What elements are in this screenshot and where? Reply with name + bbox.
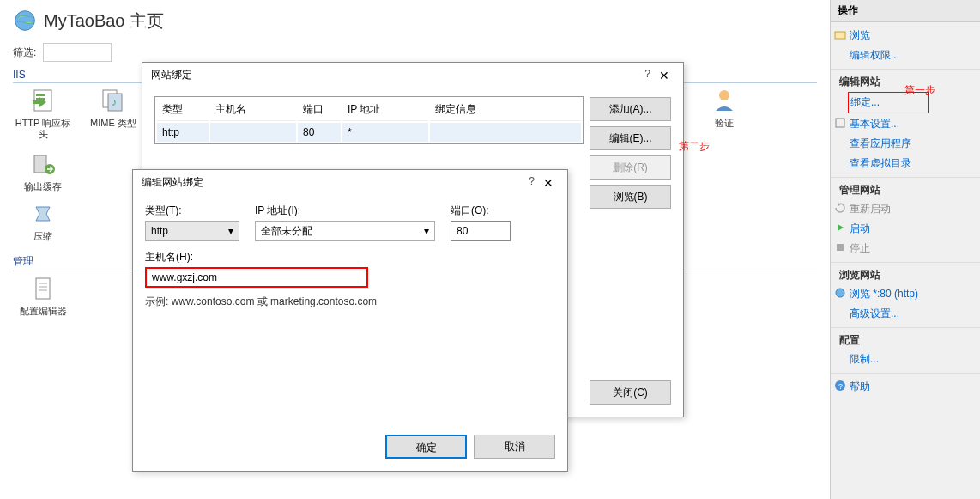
help-icon: ? (834, 380, 846, 392)
document-arrow-icon (29, 87, 57, 114)
port-label: 端口(O): (451, 204, 511, 218)
svg-rect-9 (835, 32, 845, 39)
ip-value: 全部未分配 (261, 224, 312, 239)
manage-site-title: 管理网站 (831, 181, 980, 199)
globe-icon (13, 9, 37, 33)
ip-label: IP 地址(I): (255, 204, 435, 218)
configure-title: 配置 (831, 332, 980, 350)
action-limits[interactable]: 限制... (831, 350, 980, 369)
action-edit-permissions[interactable]: 编辑权限... (831, 46, 980, 65)
feature-label: HTTP 响应标头 (13, 118, 73, 140)
action-view-apps[interactable]: 查看应用程序 (831, 134, 980, 154)
globe-small-icon (834, 287, 846, 299)
example-text: 示例: www.contoso.com 或 marketing.contoso.… (145, 295, 555, 309)
action-help[interactable]: ? 帮助 (831, 377, 980, 397)
close-button[interactable]: 关闭(C) (590, 380, 671, 405)
folder-open-icon (834, 28, 846, 40)
cell-type: http (157, 123, 209, 142)
cancel-button[interactable]: 取消 (474, 435, 555, 459)
feature-config-editor[interactable]: 配置编辑器 (13, 275, 73, 317)
step1-label: 第一步 (904, 83, 935, 98)
chevron-down-icon: ▾ (424, 225, 429, 237)
action-label: 帮助 (850, 380, 870, 394)
edit-button[interactable]: 编辑(E)... (590, 126, 671, 150)
feature-mime[interactable]: ♪ MIME 类型 (83, 87, 143, 140)
action-label: 停止 (850, 241, 870, 256)
action-label: 浏览 (850, 28, 870, 43)
ip-dropdown[interactable]: 全部未分配 ▾ (255, 221, 435, 241)
cell-host (210, 123, 296, 142)
action-browse-80[interactable]: 浏览 *:80 (http) (831, 284, 980, 304)
action-label: 启动 (850, 222, 870, 236)
type-value: http (151, 225, 168, 237)
feature-label: 配置编辑器 (20, 306, 67, 317)
help-button[interactable]: ? (529, 175, 535, 187)
feature-http-headers[interactable]: HTTP 响应标头 (13, 87, 73, 140)
svg-rect-6 (34, 155, 46, 173)
svg-text:♪: ♪ (112, 96, 117, 108)
help-button[interactable]: ? (644, 68, 650, 80)
svg-rect-10 (836, 119, 844, 127)
svg-text:?: ? (838, 382, 843, 391)
action-label: 查看虚拟目录 (850, 156, 911, 171)
page-title: MyTaoBao 主页 (44, 9, 164, 33)
feature-output-cache[interactable]: 输出缓存 (13, 150, 73, 192)
action-label: 重新启动 (850, 202, 891, 216)
filter-input[interactable] (43, 43, 112, 62)
action-basic-settings[interactable]: 基本设置... (831, 114, 980, 134)
actions-title: 操作 (831, 0, 980, 22)
stop-icon (834, 241, 846, 253)
dialog-title-text: 网站绑定 (151, 68, 192, 82)
document-icon (29, 275, 57, 302)
action-start[interactable]: 启动 (831, 219, 980, 239)
svg-rect-8 (36, 278, 50, 299)
play-icon (834, 222, 846, 234)
feature-label: 验证 (715, 118, 734, 129)
type-dropdown: http ▾ (145, 221, 239, 241)
cell-ip: * (342, 123, 428, 142)
settings-icon (834, 117, 846, 129)
action-label: 高级设置... (850, 307, 899, 321)
feature-label: 压缩 (33, 231, 52, 242)
edit-binding-dialog: 编辑网站绑定 ? ✕ 类型(T): http ▾ IP 地址(I): 全部未分配… (132, 169, 568, 472)
svg-point-0 (15, 11, 35, 31)
add-button[interactable]: 添加(A)... (590, 97, 671, 121)
browse-site-title: 浏览网站 (831, 266, 980, 284)
table-row[interactable]: http 80 * (157, 123, 581, 142)
type-label: 类型(T): (145, 204, 239, 218)
chevron-down-icon: ▾ (228, 225, 233, 237)
svg-point-12 (836, 289, 844, 297)
cell-info (430, 123, 581, 142)
col-type[interactable]: 类型 (157, 99, 209, 121)
ok-button[interactable]: 确定 (385, 435, 467, 459)
bindings-table: 类型 主机名 端口 IP 地址 绑定信息 http 80 * (154, 96, 584, 144)
action-label: 限制... (850, 352, 879, 367)
host-label: 主机名(H): (145, 250, 368, 265)
col-ip[interactable]: IP 地址 (342, 99, 428, 121)
close-icon[interactable]: ✕ (538, 176, 559, 190)
col-info[interactable]: 绑定信息 (430, 99, 581, 121)
feature-label: 输出缓存 (24, 181, 62, 192)
action-advanced[interactable]: 高级设置... (831, 304, 980, 324)
feature-compression[interactable]: 压缩 (13, 200, 73, 242)
filter-label: 筛选: (13, 46, 36, 60)
col-port[interactable]: 端口 (298, 99, 341, 121)
action-browse[interactable]: 浏览 (831, 26, 980, 46)
close-icon[interactable]: ✕ (654, 69, 675, 82)
svg-point-5 (719, 90, 729, 100)
remove-button: 删除(R) (590, 155, 671, 180)
host-input[interactable] (145, 267, 368, 288)
svg-rect-11 (837, 244, 844, 251)
user-icon (711, 87, 738, 114)
action-restart[interactable]: 重新启动 (831, 199, 980, 219)
action-stop[interactable]: 停止 (831, 239, 980, 259)
action-view-vdirs[interactable]: 查看虚拟目录 (831, 154, 980, 173)
feature-auth[interactable]: 验证 (694, 87, 754, 140)
server-arrow-icon (29, 150, 57, 178)
col-host[interactable]: 主机名 (210, 99, 296, 121)
action-label: 绑定... (850, 95, 880, 110)
browse-button[interactable]: 浏览(B) (590, 185, 671, 209)
port-input[interactable] (451, 221, 511, 241)
feature-label: MIME 类型 (90, 118, 136, 129)
action-label: 查看应用程序 (850, 137, 911, 151)
